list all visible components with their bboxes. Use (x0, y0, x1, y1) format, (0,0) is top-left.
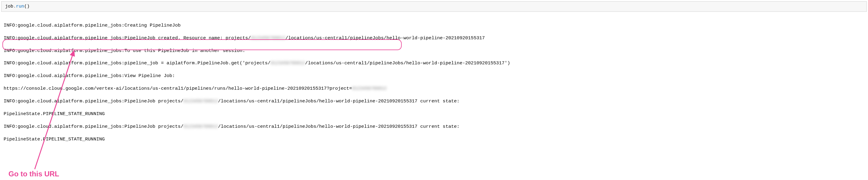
redacted-project-id: 0123456789012 (352, 86, 386, 92)
output-line: INFO:google.cloud.aiplatform.pipeline_jo… (4, 123, 864, 130)
output-line: PipelineState.PIPELINE_STATE_RUNNING (4, 111, 864, 117)
code-method: run (16, 4, 24, 9)
code-parens: () (24, 4, 30, 9)
redacted-project-id: 0123456789012 (271, 60, 305, 66)
code-input-cell: job.run() (1, 1, 867, 12)
code-dot: . (13, 4, 16, 9)
code-output-cell: INFO:google.cloud.aiplatform.pipeline_jo… (0, 13, 868, 150)
output-line: INFO:google.cloud.aiplatform.pipeline_jo… (4, 48, 864, 54)
output-line: PipelineState.PIPELINE_STATE_RUNNING (4, 136, 864, 143)
code-object: job (5, 4, 13, 9)
output-line: INFO:google.cloud.aiplatform.pipeline_jo… (4, 98, 864, 104)
output-line-url[interactable]: https://console.cloud.google.com/vertex-… (4, 86, 864, 92)
redacted-project-id: 0123456789012 (183, 123, 218, 130)
output-line: INFO:google.cloud.aiplatform.pipeline_jo… (4, 35, 864, 41)
annotation-label: Go to this URL (8, 170, 59, 178)
redacted-project-id: 0123456789012 (251, 35, 285, 41)
redacted-project-id: 0123456789012 (183, 98, 218, 104)
output-line: INFO:google.cloud.aiplatform.pipeline_jo… (4, 60, 864, 66)
output-line: INFO:google.cloud.aiplatform.pipeline_jo… (4, 22, 864, 29)
output-line: INFO:google.cloud.aiplatform.pipeline_jo… (4, 73, 864, 79)
